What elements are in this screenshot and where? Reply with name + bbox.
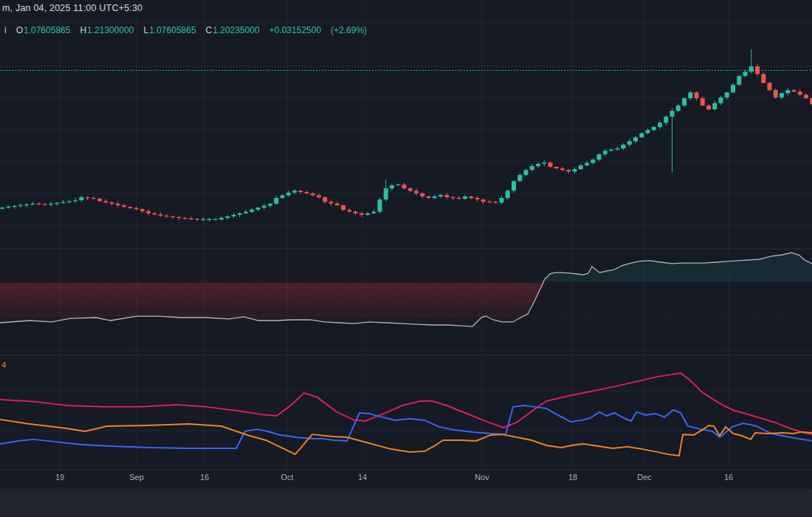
candle[interactable] bbox=[371, 210, 376, 215]
candle[interactable] bbox=[652, 126, 656, 132]
candle[interactable] bbox=[664, 115, 668, 125]
candle[interactable] bbox=[341, 205, 345, 211]
candle[interactable] bbox=[493, 201, 498, 204]
candle[interactable] bbox=[195, 218, 199, 221]
candle[interactable] bbox=[232, 213, 236, 218]
candle[interactable] bbox=[749, 49, 754, 74]
candle[interactable] bbox=[134, 206, 139, 210]
candle[interactable] bbox=[79, 196, 83, 202]
candle[interactable] bbox=[469, 196, 473, 199]
candle[interactable] bbox=[92, 196, 96, 200]
candle[interactable] bbox=[359, 211, 364, 217]
candle[interactable] bbox=[755, 64, 760, 77]
candle[interactable] bbox=[189, 216, 193, 220]
candle[interactable] bbox=[804, 93, 808, 100]
candle[interactable] bbox=[262, 204, 266, 210]
candle[interactable] bbox=[554, 166, 559, 170]
candle[interactable] bbox=[500, 196, 504, 204]
candle[interactable] bbox=[140, 208, 145, 213]
candle[interactable] bbox=[122, 204, 126, 208]
candle[interactable] bbox=[256, 207, 261, 211]
candle[interactable] bbox=[542, 160, 546, 166]
candle[interactable] bbox=[311, 192, 315, 196]
candle[interactable] bbox=[250, 208, 254, 213]
candle[interactable] bbox=[737, 75, 741, 86]
candle[interactable] bbox=[731, 83, 735, 93]
candle[interactable] bbox=[639, 132, 644, 138]
candle[interactable] bbox=[317, 194, 321, 199]
dmi-pane[interactable] bbox=[0, 373, 812, 456]
candle[interactable] bbox=[560, 167, 565, 172]
candle[interactable] bbox=[24, 203, 29, 208]
candle[interactable] bbox=[603, 149, 608, 157]
candle[interactable] bbox=[73, 198, 78, 202]
candle[interactable] bbox=[103, 199, 108, 204]
candle[interactable] bbox=[658, 120, 662, 129]
candle[interactable] bbox=[475, 196, 480, 202]
candle[interactable] bbox=[506, 189, 510, 200]
candle[interactable] bbox=[347, 208, 351, 213]
candle[interactable] bbox=[451, 196, 455, 200]
candle[interactable] bbox=[688, 91, 692, 100]
candle[interactable] bbox=[774, 89, 778, 99]
candle[interactable] bbox=[238, 212, 242, 217]
price-pane[interactable] bbox=[0, 49, 812, 222]
candle[interactable] bbox=[517, 173, 522, 182]
candle[interactable] bbox=[268, 202, 272, 208]
candle[interactable] bbox=[165, 214, 169, 218]
candle[interactable] bbox=[761, 72, 765, 83]
chart-canvas[interactable] bbox=[0, 0, 812, 517]
candle[interactable] bbox=[146, 209, 151, 216]
candle[interactable] bbox=[743, 69, 748, 78]
candle[interactable] bbox=[152, 212, 156, 215]
candle[interactable] bbox=[207, 218, 212, 222]
candle[interactable] bbox=[213, 219, 218, 220]
candle[interactable] bbox=[110, 201, 114, 205]
candle[interactable] bbox=[37, 202, 41, 205]
candle[interactable] bbox=[402, 182, 407, 190]
candle[interactable] bbox=[695, 92, 699, 100]
candle[interactable] bbox=[390, 183, 394, 191]
candle[interactable] bbox=[579, 164, 583, 170]
candle[interactable] bbox=[609, 148, 613, 151]
candle[interactable] bbox=[427, 196, 431, 199]
candle[interactable] bbox=[335, 202, 340, 206]
candle[interactable] bbox=[329, 199, 334, 206]
candle[interactable] bbox=[55, 202, 59, 206]
candle[interactable] bbox=[365, 212, 370, 216]
candle[interactable] bbox=[463, 195, 467, 200]
candle[interactable] bbox=[785, 88, 790, 95]
candle[interactable] bbox=[719, 96, 723, 105]
time-axis[interactable]: 19Sep16Oct14Nov18Dec16 bbox=[0, 470, 812, 488]
candle[interactable] bbox=[18, 203, 23, 208]
candle[interactable] bbox=[128, 206, 132, 209]
candle[interactable] bbox=[225, 216, 230, 220]
candle[interactable] bbox=[633, 136, 638, 143]
candle[interactable] bbox=[591, 158, 595, 165]
candle[interactable] bbox=[159, 212, 163, 216]
candle[interactable] bbox=[646, 129, 650, 134]
candle[interactable] bbox=[597, 154, 602, 162]
candle[interactable] bbox=[0, 207, 4, 210]
candle[interactable] bbox=[670, 109, 675, 172]
candle[interactable] bbox=[627, 139, 632, 146]
candle[interactable] bbox=[378, 198, 382, 213]
candle[interactable] bbox=[244, 210, 248, 214]
candle[interactable] bbox=[414, 188, 419, 195]
candle[interactable] bbox=[116, 202, 120, 208]
candle[interactable] bbox=[682, 97, 687, 107]
candle[interactable] bbox=[30, 202, 35, 205]
candle[interactable] bbox=[566, 169, 571, 174]
candle[interactable] bbox=[396, 183, 400, 185]
candle[interactable] bbox=[61, 200, 66, 204]
candle[interactable] bbox=[457, 196, 461, 199]
candle[interactable] bbox=[438, 194, 443, 199]
candle[interactable] bbox=[354, 210, 358, 215]
candle[interactable] bbox=[49, 202, 53, 206]
candle[interactable] bbox=[524, 169, 529, 177]
candle[interactable] bbox=[183, 217, 187, 219]
candle[interactable] bbox=[530, 164, 534, 171]
candle[interactable] bbox=[622, 143, 626, 150]
candle[interactable] bbox=[67, 200, 72, 204]
candle[interactable] bbox=[712, 101, 717, 112]
